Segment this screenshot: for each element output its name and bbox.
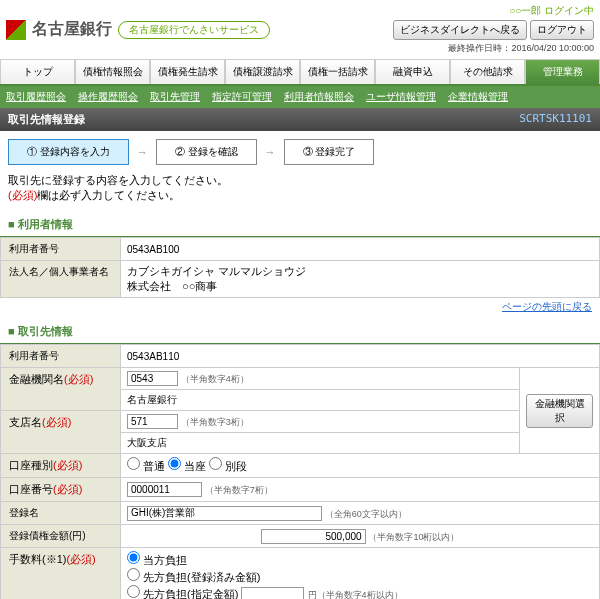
arrow-icon: → (265, 146, 276, 158)
tab-issue[interactable]: 債権発生請求 (150, 59, 225, 84)
arrow-icon: → (137, 146, 148, 158)
section-user-info: 利用者情報 (0, 213, 600, 237)
label-acct-no: 口座番号(必須) (1, 478, 121, 502)
tab-transfer[interactable]: 債権譲渡請求 (225, 59, 300, 84)
value-corp-kana: カブシキガイシャ マルマルショウジ (127, 264, 593, 279)
back-to-direct-button[interactable]: ビジネスダイレクトへ戻る (393, 20, 527, 40)
step-3: ③ 登録完了 (284, 139, 375, 165)
label-reg-name: 登録名 (1, 502, 121, 525)
sub-tab-bar: 取引履歴照会 操作履歴照会 取引先管理 指定許可管理 利用者情報照会 ユーザ情報… (0, 86, 600, 108)
reg-name-input[interactable] (127, 506, 322, 521)
branch-name: 大阪支店 (121, 433, 520, 454)
step-2: ② 登録を確認 (156, 139, 257, 165)
acct-type-normal[interactable]: 普通 (127, 460, 165, 472)
subtab-0[interactable]: 取引履歴照会 (6, 90, 66, 104)
fin-name: 名古屋銀行 (121, 390, 520, 411)
fee-opt-1[interactable]: 先方負担(登録済み金額) (127, 571, 260, 583)
subtab-6[interactable]: 企業情報管理 (448, 90, 508, 104)
section-counterparty: 取引先情報 (0, 320, 600, 344)
acct-type-special[interactable]: 別段 (209, 460, 247, 472)
label-branch: 支店名(必須) (1, 411, 121, 454)
amount-input[interactable] (261, 529, 366, 544)
fin-code-input[interactable] (127, 371, 178, 386)
bank-logo (6, 20, 26, 40)
subtab-3[interactable]: 指定許可管理 (212, 90, 272, 104)
label-amount: 登録債権金額(円) (1, 525, 121, 548)
label-corp-name: 法人名／個人事業者名 (1, 261, 121, 298)
value-user-no: 0543AB100 (121, 238, 600, 261)
bank-name: 名古屋銀行 (32, 19, 112, 40)
main-tab-bar: トップ 債権情報照会 債権発生請求 債権譲渡請求 債権一括請求 融資申込 その他… (0, 59, 600, 86)
label-cp-user-no: 利用者番号 (1, 345, 121, 368)
tab-batch[interactable]: 債権一括請求 (300, 59, 375, 84)
login-status: ○○一郎 ログイン中 (393, 4, 594, 18)
select-fin-button[interactable]: 金融機関選択 (526, 394, 593, 428)
subtab-1[interactable]: 操作履歴照会 (78, 90, 138, 104)
subtab-4[interactable]: 利用者情報照会 (284, 90, 354, 104)
tab-other[interactable]: その他請求 (450, 59, 525, 84)
instruction-2: (必須)欄は必ず入力してください。 (8, 188, 592, 203)
branch-code-input[interactable] (127, 414, 178, 429)
subtab-5[interactable]: ユーザ情報管理 (366, 90, 436, 104)
back-to-top-link[interactable]: ページの先頭に戻る (502, 301, 592, 312)
fee-opt-0[interactable]: 当方負担 (127, 554, 187, 566)
page-title: 取引先情報登録 (8, 112, 85, 127)
acct-no-input[interactable] (127, 482, 202, 497)
step-indicator: ① 登録内容を入力 → ② 登録を確認 → ③ 登録完了 (0, 131, 600, 173)
tab-finance[interactable]: 融資申込 (375, 59, 450, 84)
tab-top[interactable]: トップ (0, 59, 75, 84)
value-cp-user-no: 0543AB110 (121, 345, 600, 368)
label-fin-inst: 金融機関名(必須) (1, 368, 121, 411)
tab-inquiry[interactable]: 債権情報照会 (75, 59, 150, 84)
screen-id: SCRTSK11101 (519, 112, 592, 127)
instruction-1: 取引先に登録する内容を入力してください。 (8, 173, 592, 188)
tab-admin[interactable]: 管理業務 (525, 59, 600, 84)
logout-button[interactable]: ログアウト (530, 20, 594, 40)
label-user-no: 利用者番号 (1, 238, 121, 261)
value-corp-name: 株式会社 ○○商事 (127, 279, 593, 294)
last-operation-time: 最終操作日時：2016/04/20 10:00:00 (393, 42, 594, 55)
label-fee: 手数料(※1)(必須) (1, 548, 121, 600)
step-1: ① 登録内容を入力 (8, 139, 129, 165)
subtab-2[interactable]: 取引先管理 (150, 90, 200, 104)
fee-amount-input[interactable] (241, 587, 304, 599)
service-name: 名古屋銀行でんさいサービス (118, 21, 270, 39)
acct-type-current[interactable]: 当座 (168, 460, 206, 472)
label-acct-type: 口座種別(必須) (1, 454, 121, 478)
fee-opt-2[interactable]: 先方負担(指定金額) (127, 588, 238, 599)
